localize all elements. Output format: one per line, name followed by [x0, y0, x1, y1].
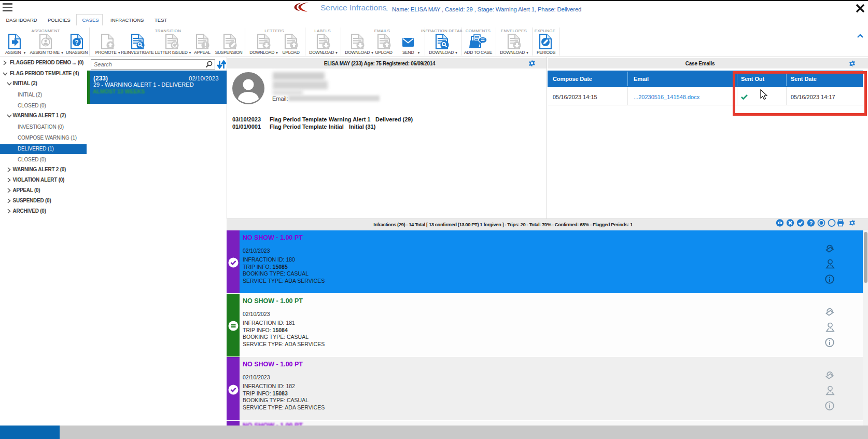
svg-text:?: ?	[809, 220, 813, 226]
svg-text:?: ?	[75, 39, 78, 46]
